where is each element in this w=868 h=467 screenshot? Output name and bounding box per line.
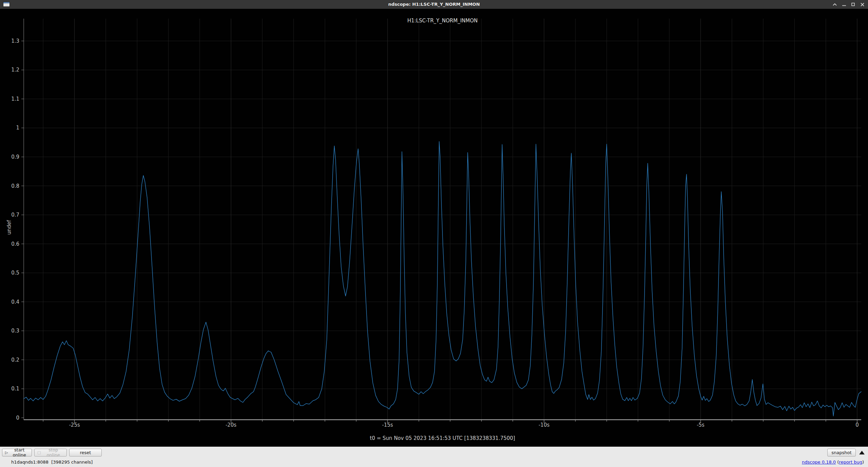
stop-online-button[interactable]: □ stop online <box>34 449 67 456</box>
reset-button[interactable]: reset <box>69 449 102 456</box>
plot-area: 00.10.20.30.40.50.60.70.80.911.11.21.3-2… <box>0 9 868 447</box>
axes <box>24 19 861 420</box>
paren-open: ( <box>836 460 839 465</box>
svg-text:0.9: 0.9 <box>11 154 19 160</box>
nds-server-status: h1daqnds1:8088 [398295 channels] <box>11 458 93 466</box>
snapshot-button[interactable]: snapshot <box>827 449 856 456</box>
svg-text:1: 1 <box>16 125 19 131</box>
app-window: ndscope: H1:LSC-TR_Y_NORM_INMON 00.10.20… <box>0 0 868 467</box>
svg-text:-25s: -25s <box>69 422 80 428</box>
svg-text:-5s: -5s <box>697 422 705 428</box>
titlebar[interactable]: ndscope: H1:LSC-TR_Y_NORM_INMON <box>0 0 868 9</box>
svg-text:0.5: 0.5 <box>11 270 19 276</box>
trace-lines <box>24 142 861 416</box>
gridlines-minor <box>24 19 861 419</box>
svg-text:0: 0 <box>855 422 859 428</box>
expand-panel-arrow-icon[interactable] <box>859 451 865 454</box>
stop-online-label: stop online <box>43 447 64 458</box>
paren-close: ) <box>862 460 864 465</box>
play-icon: ▷ <box>5 451 8 454</box>
toolbar: ▷ start online □ stop online reset snaps… <box>0 447 868 458</box>
version-info: ndscope 0.18.0 (report bug) <box>802 458 864 466</box>
svg-text:0.3: 0.3 <box>11 328 19 334</box>
shade-button[interactable] <box>832 1 838 7</box>
window-title: ndscope: H1:LSC-TR_Y_NORM_INMON <box>0 0 868 9</box>
svg-text:0.8: 0.8 <box>11 183 19 189</box>
status-bar: h1daqnds1:8088 [398295 channels] ndscope… <box>0 458 868 467</box>
t0-label: t0 = Sun Nov 05 2023 16:51:53 UTC [13832… <box>24 435 861 441</box>
svg-text:0.2: 0.2 <box>11 357 19 363</box>
maximize-button[interactable] <box>850 1 856 7</box>
svg-text:1.3: 1.3 <box>11 38 19 44</box>
svg-text:-20s: -20s <box>225 422 236 428</box>
snapshot-label: snapshot <box>831 450 851 455</box>
plot-title: H1:LSC-TR_Y_NORM_INMON <box>24 18 861 24</box>
reset-label: reset <box>80 450 91 455</box>
svg-text:0: 0 <box>16 415 19 421</box>
y-axis-label: undef <box>6 220 12 235</box>
svg-text:0.1: 0.1 <box>11 386 19 392</box>
ndscope-version-link[interactable]: ndscope 0.18.0 <box>802 460 836 465</box>
gridlines-major <box>75 19 857 419</box>
minimize-button[interactable] <box>841 1 847 7</box>
svg-text:0.6: 0.6 <box>11 241 19 247</box>
stop-icon: □ <box>37 451 41 454</box>
svg-text:1.2: 1.2 <box>11 67 19 73</box>
chart-canvas[interactable]: 00.10.20.30.40.50.60.70.80.911.11.21.3-2… <box>0 9 868 447</box>
svg-text:0.7: 0.7 <box>11 212 19 218</box>
window-controls <box>832 0 865 9</box>
start-online-label: start online <box>10 447 29 458</box>
report-bug-link[interactable]: report bug <box>839 460 862 465</box>
start-online-button[interactable]: ▷ start online <box>2 449 32 456</box>
svg-text:0.4: 0.4 <box>11 299 19 305</box>
svg-text:-10s: -10s <box>538 422 549 428</box>
svg-text:1.1: 1.1 <box>11 96 19 102</box>
close-button[interactable] <box>859 1 865 7</box>
svg-text:-15s: -15s <box>382 422 393 428</box>
